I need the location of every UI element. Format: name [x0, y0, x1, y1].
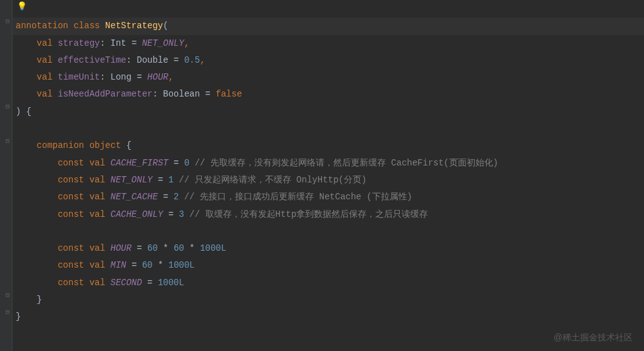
constant: NET_ONLY [110, 175, 152, 185]
constant: SECOND [110, 278, 142, 288]
keyword: val [90, 209, 105, 219]
type: Int [110, 38, 126, 48]
constant: MIN [110, 260, 126, 270]
keyword: val [90, 278, 105, 288]
keyword: const [58, 175, 84, 185]
property: strategy [58, 38, 100, 48]
code-line: companion object { [13, 137, 644, 154]
number: 60 [142, 260, 153, 270]
number: 60 [174, 243, 184, 253]
brace: } [37, 295, 42, 305]
code-line: const val NET_ONLY = 1 // 只发起网络请求，不缓存 On… [13, 172, 644, 189]
code-line: val strategy: Int = NET_ONLY, [13, 35, 644, 52]
type: Boolean [163, 89, 200, 99]
fold-marker-icon[interactable]: ⊟ [6, 18, 9, 25]
keyword: const [58, 192, 84, 202]
code-line: const val MIN = 60 * 1000L [13, 257, 644, 274]
keyword: val [90, 260, 105, 270]
fold-marker-icon[interactable]: ⊟ [6, 291, 9, 299]
code-line [13, 120, 644, 137]
brace: { [26, 107, 31, 117]
number: 2 [174, 192, 179, 202]
comment: // 先取缓存，没有则发起网络请，然后更新缓存 CacheFirst(页面初始化… [195, 158, 498, 168]
code-line: const val CACHE_ONLY = 3 // 取缓存，没有发起Http… [13, 206, 644, 223]
type: Long [110, 72, 132, 82]
property: isNeedAddParameter [58, 89, 152, 99]
watermark: @稀土掘金技术社区 [554, 332, 633, 343]
code-line: val effectiveTime: Double = 0.5, [13, 52, 644, 69]
number: 0.5 [184, 55, 200, 65]
brace: { [126, 140, 131, 150]
keyword: object [90, 140, 121, 150]
comment: // 只发起网络请求，不缓存 OnlyHttp(分页) [179, 175, 367, 185]
fold-marker-icon[interactable]: ⊟ [6, 103, 9, 110]
code-line: const val CACHE_FIRST = 0 // 先取缓存，没有则发起网… [13, 155, 644, 172]
class-name: NetStrategy [105, 21, 163, 31]
code-line: const val HOUR = 60 * 60 * 1000L [13, 240, 644, 257]
code-line: val timeUnit: Long = HOUR, [13, 69, 644, 86]
constant-ref: HOUR [147, 72, 169, 82]
number: 1000L [169, 260, 195, 270]
paren: ( [163, 21, 168, 31]
number: 1000L [158, 278, 184, 288]
constant: CACHE_FIRST [110, 158, 168, 168]
brace: } [16, 312, 21, 322]
property: effectiveTime [58, 55, 126, 65]
keyword: companion [37, 140, 85, 150]
code-line: ) { [13, 103, 644, 120]
fold-marker-icon[interactable]: ⊟ [6, 137, 9, 145]
constant: HOUR [110, 243, 132, 253]
keyword: class [73, 21, 100, 31]
keyword: val [90, 243, 105, 253]
keyword: val [37, 89, 53, 99]
lightbulb-icon[interactable]: 💡 [17, 1, 27, 11]
keyword: const [58, 278, 84, 288]
paren: ) [16, 107, 21, 117]
constant: NET_CACHE [110, 192, 158, 202]
type: Double [137, 55, 168, 65]
keyword: val [37, 38, 53, 48]
code-line: } [13, 291, 644, 308]
constant-ref: NET_ONLY [142, 38, 184, 48]
number: 0 [184, 158, 189, 168]
code-line: } [13, 308, 644, 325]
property: timeUnit [58, 72, 100, 82]
fold-marker-icon[interactable]: ⊟ [6, 308, 9, 316]
code-line: annotation class NetStrategy( [13, 18, 644, 34]
constant: CACHE_ONLY [110, 209, 163, 219]
keyword: const [58, 243, 84, 253]
code-line: const val NET_CACHE = 2 // 先接口，接口成功后更新缓存… [13, 189, 644, 206]
keyword: val [90, 192, 105, 202]
code-line [13, 1, 644, 18]
comment: // 取缓存，没有发起Http拿到数据然后保存，之后只读缓存 [189, 209, 428, 219]
number: 60 [147, 243, 158, 253]
code-line [13, 223, 644, 240]
code-line: const val SECOND = 1000L [13, 275, 644, 291]
keyword: val [90, 158, 105, 168]
number: 1000L [200, 243, 226, 253]
keyword: const [58, 260, 84, 270]
number: 3 [179, 209, 184, 219]
keyword: const [58, 209, 84, 219]
keyword: const [58, 158, 84, 168]
code-editor[interactable]: annotation class NetStrategy( val strate… [0, 0, 644, 326]
keyword: val [37, 55, 53, 65]
keyword: val [37, 72, 53, 82]
boolean: false [216, 89, 242, 99]
number: 1 [169, 175, 174, 185]
code-line: val isNeedAddParameter: Boolean = false [13, 86, 644, 103]
comment: // 先接口，接口成功后更新缓存 NetCache (下拉属性) [184, 192, 412, 202]
keyword: val [90, 175, 105, 185]
gutter: ⊟ ⊟ ⊟ ⊟ ⊟ [0, 0, 13, 351]
keyword: annotation [16, 21, 68, 31]
